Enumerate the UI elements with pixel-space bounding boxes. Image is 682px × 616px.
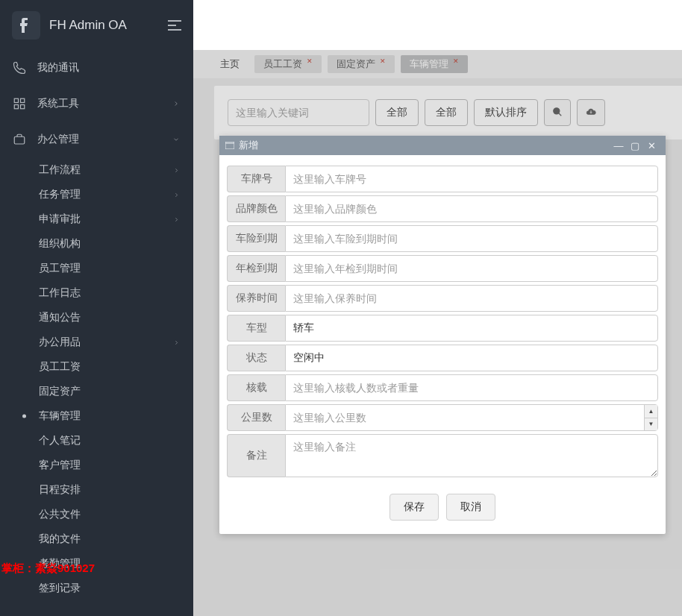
- app-title: FH Admin OA: [49, 18, 168, 33]
- input-insurance[interactable]: [285, 225, 658, 252]
- subnav-item-staff[interactable]: 员工管理: [39, 256, 193, 280]
- dialog-footer: 保存 取消: [219, 486, 666, 534]
- sidebar-item-contacts[interactable]: 我的通讯: [0, 50, 193, 86]
- input-brandcolor[interactable]: [285, 195, 658, 222]
- briefcase-icon: [12, 132, 27, 147]
- svg-rect-3: [21, 105, 25, 109]
- dialog-add: 新增 — ▢ ✕ 车牌号 品牌颜色 车险到期 年检到期 保养时间 车型 状态 核…: [219, 136, 666, 534]
- subnav-item-approval[interactable]: 申请审批: [39, 207, 193, 231]
- chevron-right-icon: [173, 336, 180, 348]
- subnav-item-workflow[interactable]: 工作流程: [39, 157, 193, 182]
- sidebar-item-label: 系统工具: [37, 97, 79, 110]
- subnav-item-supplies[interactable]: 办公用品: [39, 330, 193, 354]
- label-remark: 备注: [227, 434, 285, 477]
- spinner-up-icon[interactable]: ▲: [645, 405, 657, 418]
- svg-rect-1: [21, 98, 25, 102]
- subnav-item-schedule[interactable]: 日程安排: [39, 477, 193, 502]
- dialog-body: 车牌号 品牌颜色 车险到期 年检到期 保养时间 车型 状态 核载 公里数 ▲▼ …: [219, 155, 666, 486]
- label-km: 公里数: [227, 404, 285, 431]
- subnav-item-vehicle[interactable]: 车辆管理: [39, 403, 193, 428]
- menu-toggle-icon[interactable]: [168, 20, 181, 31]
- label-brandcolor: 品牌颜色: [227, 195, 285, 222]
- label-maint: 保养时间: [227, 285, 285, 312]
- label-inspect: 年检到期: [227, 255, 285, 282]
- svg-rect-0: [14, 98, 18, 102]
- subnav-item-publicfiles[interactable]: 公共文件: [39, 502, 193, 527]
- select-status[interactable]: [285, 345, 658, 371]
- label-plate: 车牌号: [227, 166, 285, 192]
- subnav-item-notice[interactable]: 通知公告: [39, 305, 193, 330]
- sidebar: FH Admin OA 我的通讯 系统工具 办公管理 工作流程 任务管理 申请审…: [0, 0, 193, 616]
- svg-rect-2: [14, 105, 18, 109]
- label-status: 状态: [227, 345, 285, 371]
- sidebar-item-label: 办公管理: [37, 133, 79, 146]
- subnav-item-signin[interactable]: 签到记录: [39, 576, 193, 600]
- sidebar-item-label: 我的通讯: [37, 61, 79, 75]
- chevron-down-icon: [172, 133, 180, 145]
- input-km[interactable]: [285, 404, 658, 431]
- textarea-remark[interactable]: [285, 434, 658, 477]
- subnav-item-attendance[interactable]: 考勤管理: [39, 551, 193, 576]
- subnav-item-tasks[interactable]: 任务管理: [39, 182, 193, 207]
- label-type: 车型: [227, 315, 285, 342]
- dialog-titlebar[interactable]: 新增 — ▢ ✕: [219, 136, 666, 155]
- app-logo: [12, 11, 40, 40]
- label-insurance: 车险到期: [227, 225, 285, 252]
- sidebar-item-office[interactable]: 办公管理: [0, 122, 193, 157]
- input-plate[interactable]: [285, 166, 658, 192]
- spinner-down-icon[interactable]: ▼: [645, 418, 657, 431]
- sidebar-item-systools[interactable]: 系统工具: [0, 86, 193, 122]
- label-capacity: 核载: [227, 374, 285, 401]
- input-maint[interactable]: [285, 285, 658, 312]
- subnav-item-org[interactable]: 组织机构: [39, 231, 193, 256]
- number-spinner[interactable]: ▲▼: [644, 405, 657, 430]
- select-type[interactable]: [285, 315, 658, 342]
- input-inspect[interactable]: [285, 255, 658, 282]
- cancel-button[interactable]: 取消: [446, 494, 495, 521]
- input-capacity[interactable]: [285, 374, 658, 401]
- subnav-item-notes[interactable]: 个人笔记: [39, 428, 193, 453]
- subnav-item-customers[interactable]: 客户管理: [39, 453, 193, 477]
- sidebar-header: FH Admin OA: [0, 0, 193, 50]
- maximize-button[interactable]: ▢: [627, 140, 643, 151]
- subnav-item-salary[interactable]: 员工工资: [39, 354, 193, 379]
- subnav-item-assets[interactable]: 固定资产: [39, 379, 193, 403]
- chevron-right-icon: [173, 164, 180, 176]
- save-button[interactable]: 保存: [390, 494, 439, 521]
- close-button[interactable]: ✕: [643, 140, 660, 151]
- subnav-item-myfiles[interactable]: 我的文件: [39, 527, 193, 551]
- dialog-title: 新增: [239, 139, 258, 152]
- window-icon: [225, 140, 236, 151]
- grid-icon: [12, 96, 27, 111]
- subnav-item-worklog[interactable]: 工作日志: [39, 280, 193, 305]
- chevron-right-icon: [173, 213, 180, 225]
- phone-icon: [12, 60, 27, 75]
- subnav-office: 工作流程 任务管理 申请审批 组织机构 员工管理 工作日志 通知公告 办公用品 …: [0, 157, 193, 600]
- chevron-right-icon: [173, 189, 180, 201]
- minimize-button[interactable]: —: [610, 140, 627, 151]
- chevron-right-icon: [172, 98, 180, 110]
- svg-rect-4: [14, 136, 25, 144]
- nav: 我的通讯 系统工具 办公管理 工作流程 任务管理 申请审批 组织机构 员工管理 …: [0, 50, 193, 616]
- main-header: [193, 0, 682, 50]
